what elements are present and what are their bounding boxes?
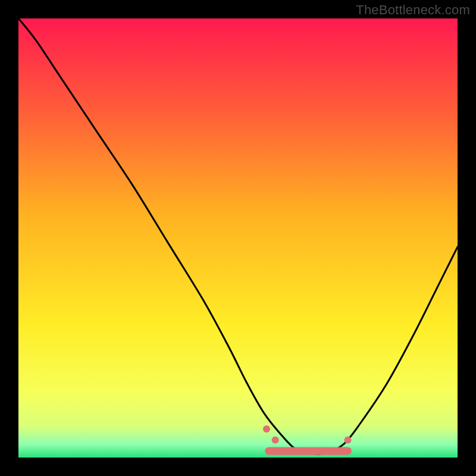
chart-svg <box>18 18 458 458</box>
watermark-text: TheBottleneck.com <box>356 2 470 18</box>
marker-dot <box>345 437 352 444</box>
marker-dot <box>272 437 279 444</box>
gradient-background <box>18 18 458 458</box>
chart-frame: TheBottleneck.com <box>0 0 476 476</box>
marker-dot <box>263 425 270 433</box>
